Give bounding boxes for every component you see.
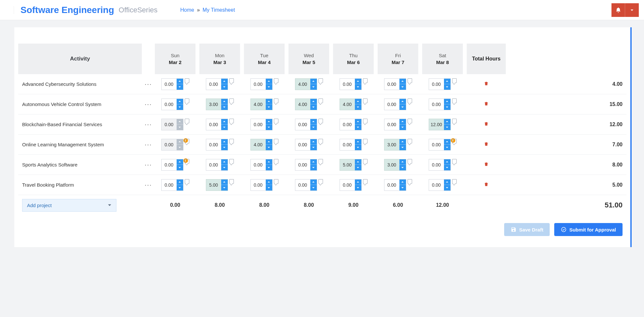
hours-input[interactable]	[340, 119, 355, 130]
note-icon[interactable]	[452, 139, 457, 143]
hours-decrement-button[interactable]	[221, 185, 228, 191]
note-icon[interactable]	[229, 179, 234, 184]
delete-row-button[interactable]	[484, 183, 489, 188]
row-menu-button[interactable]: ···	[145, 141, 152, 148]
hours-decrement-button[interactable]	[177, 125, 183, 130]
hours-decrement-button[interactable]	[177, 84, 183, 90]
hours-decrement-button[interactable]	[444, 125, 450, 130]
hours-input[interactable]	[384, 179, 399, 191]
hours-decrement-button[interactable]	[266, 145, 272, 150]
hours-input[interactable]	[251, 179, 266, 191]
hours-decrement-button[interactable]	[177, 185, 183, 191]
hours-input[interactable]	[206, 159, 221, 170]
hours-input[interactable]	[295, 139, 310, 150]
delete-row-button[interactable]	[484, 142, 489, 148]
hours-input[interactable]	[384, 79, 399, 90]
note-icon[interactable]	[363, 139, 368, 143]
hours-input[interactable]	[429, 179, 444, 191]
hours-increment-button[interactable]	[444, 79, 450, 85]
hours-decrement-button[interactable]	[177, 104, 183, 110]
hours-decrement-button[interactable]	[355, 145, 361, 150]
hours-input[interactable]	[429, 119, 444, 130]
row-menu-button[interactable]: ···	[145, 100, 152, 108]
hours-increment-button[interactable]	[355, 179, 361, 185]
note-icon[interactable]	[185, 99, 189, 103]
hours-decrement-button[interactable]	[399, 84, 406, 90]
note-icon[interactable]	[318, 78, 323, 83]
hours-increment-button[interactable]	[266, 119, 272, 125]
note-icon[interactable]	[274, 159, 278, 164]
note-icon[interactable]	[363, 159, 368, 164]
hours-decrement-button[interactable]	[399, 165, 406, 170]
hours-input[interactable]	[384, 119, 399, 130]
hours-input[interactable]	[429, 79, 444, 90]
hours-decrement-button[interactable]	[444, 104, 450, 110]
note-icon[interactable]	[408, 159, 412, 164]
hours-decrement-button[interactable]	[399, 185, 406, 191]
hours-input[interactable]	[384, 99, 399, 110]
hours-input[interactable]	[206, 179, 221, 191]
hours-input[interactable]	[162, 179, 177, 191]
hours-input[interactable]	[429, 99, 444, 110]
hours-input[interactable]	[251, 79, 266, 90]
hours-input[interactable]	[162, 139, 177, 150]
note-icon[interactable]	[274, 78, 278, 83]
hours-increment-button[interactable]	[266, 99, 272, 105]
hours-input[interactable]	[162, 159, 177, 170]
hours-input[interactable]	[340, 79, 355, 90]
hours-increment-button[interactable]	[399, 119, 406, 125]
note-icon[interactable]	[185, 119, 189, 123]
hours-increment-button[interactable]	[221, 79, 228, 85]
hours-decrement-button[interactable]	[444, 145, 450, 150]
hours-input[interactable]	[340, 99, 355, 110]
note-icon[interactable]	[363, 99, 368, 103]
hours-input[interactable]	[295, 179, 310, 191]
hours-increment-button[interactable]	[266, 159, 272, 165]
hours-decrement-button[interactable]	[355, 84, 361, 90]
note-icon[interactable]	[318, 139, 323, 143]
hours-input[interactable]	[206, 139, 221, 150]
row-menu-button[interactable]: ···	[145, 80, 152, 87]
hours-decrement-button[interactable]	[221, 145, 228, 150]
notifications-button[interactable]	[611, 3, 625, 17]
hours-decrement-button[interactable]	[310, 84, 317, 90]
hours-input[interactable]	[429, 159, 444, 170]
hours-increment-button[interactable]	[221, 99, 228, 105]
hours-increment-button[interactable]	[355, 159, 361, 165]
note-icon[interactable]	[318, 159, 323, 164]
hours-increment-button[interactable]	[266, 179, 272, 185]
note-icon[interactable]	[185, 179, 189, 184]
note-icon[interactable]	[274, 139, 278, 143]
hours-decrement-button[interactable]	[399, 125, 406, 130]
hours-decrement-button[interactable]	[444, 84, 450, 90]
hours-increment-button[interactable]	[444, 179, 450, 185]
hours-decrement-button[interactable]	[266, 185, 272, 191]
delete-row-button[interactable]	[484, 163, 489, 168]
note-icon[interactable]	[452, 99, 457, 103]
note-icon[interactable]	[229, 119, 234, 123]
note-icon[interactable]	[408, 139, 412, 143]
hours-decrement-button[interactable]	[310, 145, 317, 150]
notifications-dropdown-button[interactable]	[625, 3, 639, 17]
hours-input[interactable]	[340, 139, 355, 150]
note-icon[interactable]	[274, 99, 278, 103]
hours-decrement-button[interactable]	[177, 145, 183, 150]
hours-decrement-button[interactable]	[444, 185, 450, 191]
note-icon[interactable]	[185, 139, 189, 143]
breadcrumb-current[interactable]: My Timesheet	[203, 7, 235, 13]
note-icon[interactable]	[229, 139, 234, 143]
hours-input[interactable]	[340, 179, 355, 191]
note-icon[interactable]	[274, 119, 278, 123]
delete-row-button[interactable]	[484, 82, 489, 87]
note-icon[interactable]	[229, 159, 234, 164]
hours-increment-button[interactable]	[221, 159, 228, 165]
hours-decrement-button[interactable]	[444, 165, 450, 170]
hours-decrement-button[interactable]	[310, 185, 317, 191]
hours-input[interactable]	[340, 159, 355, 170]
hours-decrement-button[interactable]	[355, 185, 361, 191]
hours-increment-button[interactable]	[221, 139, 228, 145]
note-icon[interactable]	[408, 99, 412, 103]
delete-row-button[interactable]	[484, 122, 489, 127]
note-icon[interactable]	[363, 78, 368, 83]
hours-increment-button[interactable]	[444, 139, 450, 145]
